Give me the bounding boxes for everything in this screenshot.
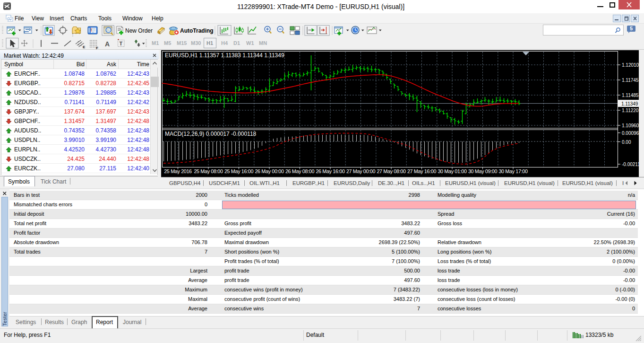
svg-text:1.11485: 1.11485 xyxy=(622,93,639,98)
svg-text:MACD(12,26,9) 0.000017 -0.0001: MACD(12,26,9) 0.000017 -0.000118 xyxy=(165,131,257,137)
svg-text:E: E xyxy=(83,45,86,49)
svg-text:25 May 2016: 25 May 2016 xyxy=(164,168,192,174)
svg-text:1.10960: 1.10960 xyxy=(622,123,639,128)
svg-text:0.000966: 0.000966 xyxy=(622,131,639,136)
svg-text:30 May 09:00: 30 May 09:00 xyxy=(468,168,498,174)
svg-text:1.11220: 1.11220 xyxy=(622,108,639,113)
svg-text:1.12010: 1.12010 xyxy=(622,62,639,68)
svg-text:27 May 08:00: 27 May 08:00 xyxy=(377,168,406,174)
svg-text:0.00: 0.00 xyxy=(622,140,631,145)
svg-text:30 May 01:00: 30 May 01:00 xyxy=(438,168,467,174)
svg-text:25 May 08:00: 25 May 08:00 xyxy=(194,168,223,174)
svg-text:30 May 17:00: 30 May 17:00 xyxy=(498,168,528,174)
svg-text:27 May 00:00: 27 May 00:00 xyxy=(346,168,376,174)
svg-text:T: T xyxy=(120,41,123,46)
svg-text:27 May 16:00: 27 May 16:00 xyxy=(407,168,437,174)
svg-text:25 May 16:00: 25 May 16:00 xyxy=(224,168,254,174)
svg-text:A: A xyxy=(105,40,110,48)
svg-text:-0.002113: -0.002113 xyxy=(622,162,639,167)
svg-text:1.11745: 1.11745 xyxy=(622,78,639,83)
svg-text:F: F xyxy=(96,46,98,50)
svg-text:26 May 00:00: 26 May 00:00 xyxy=(255,168,284,174)
svg-text:26 May 16:00: 26 May 16:00 xyxy=(316,168,345,174)
svg-text:1.11349: 1.11349 xyxy=(621,101,638,106)
svg-text:EURUSD,H1 1.11357 1.11383 1.1: EURUSD,H1 1.11357 1.11383 1.11344 1.1134… xyxy=(165,52,284,59)
svg-text:26 May 08:00: 26 May 08:00 xyxy=(285,168,315,174)
